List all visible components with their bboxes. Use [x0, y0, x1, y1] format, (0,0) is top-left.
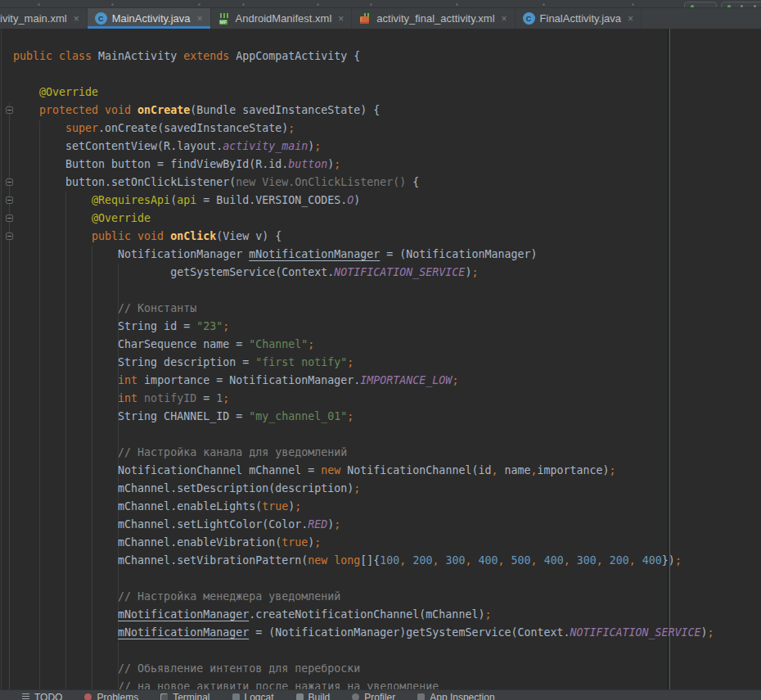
code-token: 300 [445, 554, 465, 567]
code-line[interactable]: mChannel.setDescription(description); [13, 480, 714, 498]
code-line[interactable]: NotificationManager mNotificationManager… [13, 246, 714, 264]
code-token: .createNotificationChannel(mChannel) [249, 608, 484, 621]
code-line[interactable]: String CHANNEL_ID = "my_channel_01"; [13, 408, 714, 426]
code-line[interactable]: super.onCreate(savedInstanceState); [13, 120, 714, 138]
code-line[interactable]: CharSequence name = "Channel"; [13, 336, 714, 354]
code-token: ; [347, 356, 353, 368]
tab-label: ivity_main.xml [0, 12, 67, 25]
code-line[interactable] [13, 642, 714, 660]
code-token: = (NotificationManager)getSystemService(… [249, 626, 570, 639]
inspect-icon [417, 693, 425, 700]
code-token: // Обьявление интентов для переброски [13, 662, 360, 675]
toolwindow-button-build[interactable]: Build [296, 692, 331, 700]
code-token: MainActivity [98, 50, 183, 62]
code-line[interactable] [13, 65, 714, 84]
code-token: new View.OnClickListener() [236, 176, 412, 188]
toolwindow-button-terminal[interactable]: Terminal [160, 692, 209, 700]
fold-marker-icon[interactable] [6, 178, 13, 186]
tab-activity_final_acttivity.xml[interactable]: activity_final_acttivity.xml× [352, 8, 515, 29]
run-widget[interactable] [684, 2, 717, 8]
code-line[interactable]: mNotificationManager.createNotificationC… [13, 606, 714, 624]
toolbar-tick [111, 3, 114, 6]
toolwindow-label: App Inspection [430, 692, 494, 700]
code-token: 200 [610, 554, 629, 567]
code-line[interactable]: // на новое активити после нажатия на ув… [13, 678, 714, 690]
code-token: ; [334, 158, 340, 170]
code-line[interactable]: @Override [13, 84, 714, 102]
code-line[interactable]: mNotificationManager = (NotificationMana… [13, 624, 714, 642]
toolwindow-button-logcat[interactable]: Logcat [232, 692, 274, 700]
code-line[interactable]: mChannel.setVibrationPattern(new long[]{… [13, 552, 714, 570]
code-line[interactable]: @RequiresApi(api = Build.VERSION_CODES.O… [13, 192, 714, 210]
close-icon[interactable]: × [338, 13, 344, 25]
close-icon[interactable]: × [74, 13, 79, 25]
close-icon[interactable]: × [628, 13, 633, 25]
fold-marker-icon[interactable] [6, 196, 13, 204]
code-line[interactable]: String description = "first notify"; [13, 354, 714, 372]
close-icon[interactable]: × [196, 13, 202, 25]
code-line[interactable]: button.setOnClickListener(new View.OnCli… [13, 174, 714, 192]
debug-icon[interactable] [727, 5, 731, 8]
code-token: public void [13, 230, 170, 242]
ide-window: ivity_main.xml×MainActivity.java×Android… [0, 0, 761, 700]
code-token: = [196, 392, 216, 404]
tab-FinalActtivity.java[interactable]: FinalActtivity.java× [516, 8, 642, 29]
code-line[interactable]: // Константы [13, 300, 714, 318]
code-token: ; [353, 482, 360, 495]
code-token [636, 554, 642, 567]
code-token: String CHANNEL_ID = [13, 410, 249, 422]
build-icon [296, 693, 304, 700]
code-line[interactable]: mChannel.enableLights(true); [13, 498, 714, 516]
manifest-icon [218, 12, 231, 25]
code-line[interactable]: int importance = NotificationManager.IMP… [13, 372, 714, 390]
code-line[interactable]: // Настройка менеджера уведомлений [13, 588, 714, 606]
code-token: ; [295, 500, 301, 513]
code-token: ; [314, 536, 321, 549]
code-line[interactable]: mChannel.setLightColor(Color.RED); [13, 516, 714, 534]
code-line[interactable]: protected void onCreate(Bundle savedInst… [13, 102, 714, 120]
code-line[interactable]: int notifyID = 1; [13, 390, 714, 408]
code-editor[interactable]: public class MainActivity extends AppCom… [0, 29, 761, 690]
code-line[interactable]: public void onClick(View v) { [13, 228, 714, 246]
code-token: ( [170, 194, 177, 206]
fold-region-line [9, 103, 10, 690]
code-token: 400 [479, 554, 498, 567]
toolbar-strip [0, 0, 761, 8]
code-line[interactable] [13, 426, 714, 444]
code-token: mChannel.setVibrationPattern( [13, 554, 308, 567]
toolwindow-button-todo[interactable]: TODO [22, 692, 62, 700]
tab-AndroidManifest.xml[interactable]: AndroidManifest.xml× [211, 8, 353, 29]
code-line[interactable]: public class MainActivity extends AppCom… [13, 47, 714, 65]
code-token [13, 608, 118, 621]
code-token: @RequiresApi [13, 194, 170, 206]
code-line[interactable]: // Настройка канала для уведомлений [13, 444, 714, 462]
run-icon[interactable] [691, 5, 694, 8]
toolwindow-button-problems[interactable]: Problems [84, 692, 138, 700]
code-line[interactable]: mChannel.enableVibration(true); [13, 534, 714, 552]
code-token: []{ [360, 554, 380, 567]
code-token: CharSequence name = [13, 338, 249, 350]
code-line[interactable]: // Обьявление интентов для переброски [13, 660, 714, 678]
tab-MainActivity.java[interactable]: MainActivity.java× [88, 8, 211, 29]
code-line[interactable]: setContentView(R.layout.activity_main); [13, 138, 714, 156]
code-line[interactable] [13, 282, 714, 300]
code-line[interactable]: Button button = findViewById(R.id.button… [13, 156, 714, 174]
toolbar-tick [456, 3, 458, 6]
close-icon[interactable]: × [502, 13, 507, 25]
code-token: "first notify" [255, 356, 347, 368]
code-line[interactable]: NotificationChannel mChannel = new Notif… [13, 462, 714, 480]
toolwindow-button-app-inspection[interactable]: App Inspection [417, 692, 494, 700]
fold-marker-icon[interactable] [6, 106, 13, 114]
code-line[interactable]: getSystemService(Context.NOTIFICATION_SE… [13, 264, 714, 282]
code-token: , [629, 554, 636, 567]
code-token: ; [223, 392, 229, 404]
fold-marker-icon[interactable] [6, 233, 13, 240]
code-line[interactable]: @Override [13, 210, 714, 228]
code-line[interactable]: String id = "23"; [13, 318, 714, 336]
code-token: String description = [13, 356, 255, 368]
code-line[interactable] [13, 570, 714, 588]
fold-marker-icon[interactable] [6, 215, 13, 222]
tab-ivity_main.xml[interactable]: ivity_main.xml× [0, 8, 88, 29]
toolwindow-button-profiler[interactable]: Profiler [352, 692, 395, 700]
code-token [13, 626, 118, 639]
